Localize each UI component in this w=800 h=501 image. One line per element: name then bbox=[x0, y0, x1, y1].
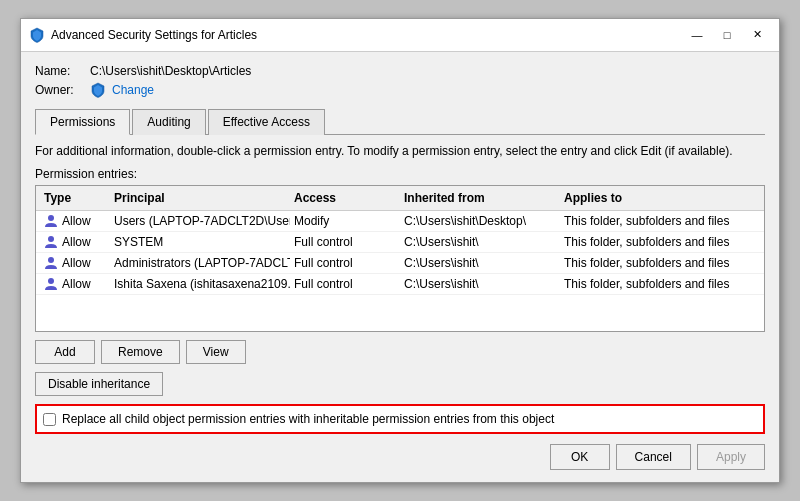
row2-type: Allow bbox=[40, 255, 110, 271]
col-principal: Principal bbox=[110, 189, 290, 207]
row1-access: Full control bbox=[290, 234, 400, 250]
window-title: Advanced Security Settings for Articles bbox=[51, 28, 683, 42]
main-window: Advanced Security Settings for Articles … bbox=[20, 18, 780, 484]
replace-permissions-label[interactable]: Replace all child object permission entr… bbox=[62, 412, 554, 426]
cancel-button[interactable]: Cancel bbox=[616, 444, 691, 470]
row3-applies: This folder, subfolders and files bbox=[560, 276, 740, 292]
row3-principal: Ishita Saxena (ishitasaxena2109... bbox=[110, 276, 290, 292]
maximize-button[interactable]: □ bbox=[713, 25, 741, 45]
tab-auditing[interactable]: Auditing bbox=[132, 109, 205, 135]
row2-access: Full control bbox=[290, 255, 400, 271]
replace-permissions-row: Replace all child object permission entr… bbox=[35, 404, 765, 434]
ok-button[interactable]: OK bbox=[550, 444, 610, 470]
name-value: C:\Users\ishit\Desktop\Articles bbox=[90, 64, 251, 78]
tab-effective-access[interactable]: Effective Access bbox=[208, 109, 325, 135]
row2-principal: Administrators (LAPTOP-7ADCLT... bbox=[110, 255, 290, 271]
row0-access: Modify bbox=[290, 213, 400, 229]
row0-type: Allow bbox=[40, 213, 110, 229]
bottom-buttons: OK Cancel Apply bbox=[35, 444, 765, 470]
row0-applies: This folder, subfolders and files bbox=[560, 213, 740, 229]
table-body: Allow Users (LAPTOP-7ADCLT2D\Users) Modi… bbox=[36, 211, 764, 331]
table-header: Type Principal Access Inherited from App… bbox=[36, 186, 764, 211]
permission-table: Type Principal Access Inherited from App… bbox=[35, 185, 765, 332]
window-icon bbox=[29, 27, 45, 43]
user-icon bbox=[44, 256, 58, 270]
row1-applies: This folder, subfolders and files bbox=[560, 234, 740, 250]
row3-inherited: C:\Users\ishit\ bbox=[400, 276, 560, 292]
row1-principal: SYSTEM bbox=[110, 234, 290, 250]
titlebar: Advanced Security Settings for Articles … bbox=[21, 19, 779, 52]
row0-inherited: C:\Users\ishit\Desktop\ bbox=[400, 213, 560, 229]
window-controls: — □ ✕ bbox=[683, 25, 771, 45]
owner-label: Owner: bbox=[35, 83, 90, 97]
change-label: Change bbox=[112, 83, 154, 97]
shield-icon bbox=[90, 82, 106, 98]
remove-button[interactable]: Remove bbox=[101, 340, 180, 364]
replace-permissions-checkbox[interactable] bbox=[43, 413, 56, 426]
svg-point-2 bbox=[48, 257, 54, 263]
table-row[interactable]: Allow Users (LAPTOP-7ADCLT2D\Users) Modi… bbox=[36, 211, 764, 232]
user-icon bbox=[44, 235, 58, 249]
row0-principal: Users (LAPTOP-7ADCLT2D\Users) bbox=[110, 213, 290, 229]
row1-inherited: C:\Users\ishit\ bbox=[400, 234, 560, 250]
view-button[interactable]: View bbox=[186, 340, 246, 364]
disable-inheritance-button[interactable]: Disable inheritance bbox=[35, 372, 163, 396]
add-button[interactable]: Add bbox=[35, 340, 95, 364]
col-inherited: Inherited from bbox=[400, 189, 560, 207]
change-link[interactable]: Change bbox=[90, 82, 154, 98]
tab-permissions[interactable]: Permissions bbox=[35, 109, 130, 135]
name-label: Name: bbox=[35, 64, 90, 78]
row2-applies: This folder, subfolders and files bbox=[560, 255, 740, 271]
table-row[interactable]: Allow Administrators (LAPTOP-7ADCLT... F… bbox=[36, 253, 764, 274]
svg-point-3 bbox=[48, 278, 54, 284]
owner-row: Owner: Change bbox=[35, 82, 765, 98]
table-row[interactable]: Allow SYSTEM Full control C:\Users\ishit… bbox=[36, 232, 764, 253]
action-buttons: Add Remove View bbox=[35, 340, 765, 364]
col-type: Type bbox=[40, 189, 110, 207]
apply-button[interactable]: Apply bbox=[697, 444, 765, 470]
col-applies: Applies to bbox=[560, 189, 740, 207]
tabs-container: Permissions Auditing Effective Access bbox=[35, 108, 765, 135]
row3-type: Allow bbox=[40, 276, 110, 292]
minimize-button[interactable]: — bbox=[683, 25, 711, 45]
section-label: Permission entries: bbox=[35, 167, 765, 181]
user-icon bbox=[44, 214, 58, 228]
col-access: Access bbox=[290, 189, 400, 207]
description-text: For additional information, double-click… bbox=[35, 143, 765, 160]
row2-inherited: C:\Users\ishit\ bbox=[400, 255, 560, 271]
name-row: Name: C:\Users\ishit\Desktop\Articles bbox=[35, 64, 765, 78]
table-row[interactable]: Allow Ishita Saxena (ishitasaxena2109...… bbox=[36, 274, 764, 295]
content-area: Name: C:\Users\ishit\Desktop\Articles Ow… bbox=[21, 52, 779, 483]
close-button[interactable]: ✕ bbox=[743, 25, 771, 45]
svg-point-0 bbox=[48, 215, 54, 221]
user-icon bbox=[44, 277, 58, 291]
row3-access: Full control bbox=[290, 276, 400, 292]
row1-type: Allow bbox=[40, 234, 110, 250]
svg-point-1 bbox=[48, 236, 54, 242]
